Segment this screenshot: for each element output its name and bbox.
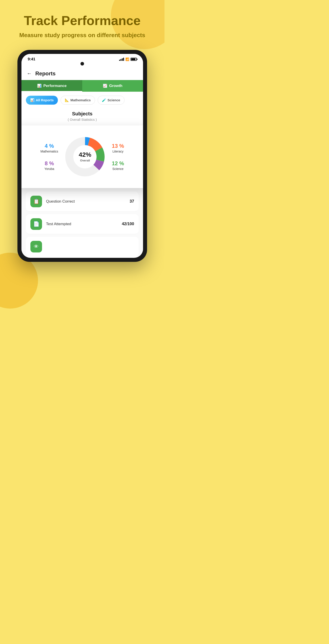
math-percent: 4 % bbox=[40, 143, 58, 149]
status-icons: 📶 bbox=[119, 58, 137, 61]
science-icon: 🧪 bbox=[102, 98, 106, 102]
science-label: Science bbox=[112, 167, 124, 170]
partial-icon-wrap: 👁 bbox=[30, 241, 42, 252]
filter-science[interactable]: 🧪 Science bbox=[98, 96, 124, 105]
filter-row: 📊 All Reports 📐 Mathematics 🧪 Science bbox=[21, 92, 143, 109]
partial-icon: 👁 bbox=[34, 244, 39, 250]
correct-label: Question Correct bbox=[46, 199, 126, 204]
filter-all-reports[interactable]: 📊 All Reports bbox=[26, 96, 58, 105]
yoruba-percent: 8 % bbox=[44, 160, 54, 166]
attempted-icon: 📄 bbox=[33, 221, 39, 227]
overall-percent: 42% bbox=[79, 151, 91, 158]
attempted-label: Test Attempted bbox=[46, 222, 118, 226]
all-reports-label: All Reports bbox=[36, 98, 54, 102]
phone-mockup: 9:41 📶 bbox=[17, 50, 147, 262]
mathematics-label: Mathematics bbox=[70, 98, 91, 102]
chart-label-yoruba: 8 % Yoruba bbox=[44, 160, 54, 170]
science-percent: 12 % bbox=[112, 160, 124, 166]
stats-list: 📋 Question Correct 37 📄 Test Attempted 4… bbox=[21, 188, 143, 256]
chart-card: 4 % Mathematics 8 % Yoruba bbox=[21, 126, 143, 188]
chart-label-mathematics: 4 % Mathematics bbox=[40, 143, 58, 153]
hero-title: Track Performance bbox=[15, 14, 150, 28]
tab-performance-label: Performance bbox=[43, 84, 67, 88]
back-button[interactable]: ← bbox=[27, 71, 32, 76]
mathematics-icon: 📐 bbox=[65, 98, 69, 102]
literacy-percent: 13 % bbox=[112, 143, 124, 149]
donut-chart: 42% Overall bbox=[63, 134, 107, 179]
performance-tab-icon: 📊 bbox=[37, 84, 41, 88]
attempted-value: 42/100 bbox=[122, 222, 134, 226]
status-time: 9:41 bbox=[28, 57, 35, 62]
wifi-icon: 📶 bbox=[125, 58, 129, 61]
growth-tab-icon: 📈 bbox=[103, 84, 107, 88]
chart-label-literacy: 13 % Literacy bbox=[112, 143, 124, 153]
correct-value: 37 bbox=[130, 199, 134, 204]
app-header: ← Reports bbox=[21, 67, 143, 80]
subjects-subtitle: ( Overall Statistics ) bbox=[26, 118, 139, 122]
yoruba-label: Yoruba bbox=[44, 167, 54, 170]
correct-icon-wrap: 📋 bbox=[30, 196, 42, 207]
signal-icon bbox=[119, 58, 124, 61]
chart-card-wrapper: 4 % Mathematics 8 % Yoruba bbox=[21, 126, 143, 188]
tab-growth[interactable]: 📈 Growth bbox=[82, 80, 143, 92]
all-reports-icon: 📊 bbox=[30, 98, 34, 102]
camera-notch bbox=[21, 62, 143, 66]
stat-item-attempted: 📄 Test Attempted 42/100 bbox=[26, 214, 139, 234]
tab-performance[interactable]: 📊 Performance bbox=[21, 80, 82, 92]
subjects-section-header: Subjects ( Overall Statistics ) bbox=[21, 109, 143, 126]
correct-icon: 📋 bbox=[33, 198, 39, 204]
subjects-title: Subjects bbox=[26, 111, 139, 117]
stat-item-partial: 👁 bbox=[26, 237, 139, 256]
phone-frame: 9:41 📶 bbox=[17, 50, 147, 262]
attempted-icon-wrap: 📄 bbox=[30, 218, 42, 230]
hero-subtitle: Measure study progress on different subj… bbox=[10, 32, 154, 39]
literacy-label: Literacy bbox=[112, 150, 124, 153]
filter-mathematics[interactable]: 📐 Mathematics bbox=[60, 96, 95, 105]
camera-dot bbox=[80, 62, 84, 66]
science-label: Science bbox=[107, 98, 120, 102]
chart-label-science: 12 % Science bbox=[112, 160, 124, 170]
overall-label: Overall bbox=[80, 159, 90, 162]
donut-center: 42% Overall bbox=[79, 151, 91, 162]
math-label: Mathematics bbox=[40, 150, 58, 153]
stat-item-correct: 📋 Question Correct 37 bbox=[26, 192, 139, 212]
phone-screen: 9:41 📶 bbox=[21, 54, 143, 258]
tab-growth-label: Growth bbox=[109, 84, 122, 88]
tab-bar: 📊 Performance 📈 Growth bbox=[21, 80, 143, 92]
battery-icon bbox=[131, 58, 137, 61]
page-title: Reports bbox=[35, 70, 56, 77]
